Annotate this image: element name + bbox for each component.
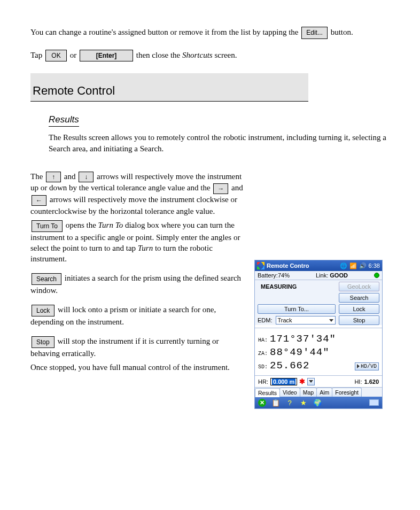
link-label: Link: (316, 272, 328, 279)
hi-label: HI: (354, 378, 362, 385)
triangle-right-icon (357, 364, 360, 368)
tab-foresight[interactable]: Foresight (332, 388, 362, 397)
lock-button[interactable]: Lock (32, 305, 55, 316)
control-area: MEASURING GeoLock Search Turn To... Lock… (255, 280, 382, 325)
arrows-para: The ↑ and ↓ arrows will respectively mov… (30, 171, 244, 217)
enter-button[interactable]: [Enter] (80, 50, 133, 61)
ha-value: 171°37'34" (270, 333, 336, 345)
device-stop-button[interactable]: Stop (339, 315, 379, 325)
text: Tap (30, 51, 42, 59)
device-titlebar: Remote Contro 🌐 📶 🔊 6:38 (255, 260, 382, 271)
para-edit: You can change a routine's assigned butt… (30, 27, 390, 39)
bottom-toolbar: ✕ 📋 ? ★ 🌍 (255, 397, 382, 408)
za-label: ZA: (258, 351, 270, 357)
keyboard-icon[interactable] (369, 399, 379, 406)
device-turnto-button[interactable]: Turn To... (258, 304, 336, 314)
search-para: Search initiates a search for the prism … (30, 273, 244, 296)
sd-label: SD: (258, 364, 270, 370)
clock: 6:38 (369, 262, 380, 269)
para-ok: Tap OK or [Enter] then close the Shortcu… (30, 50, 390, 62)
volume-icon[interactable]: 🔊 (359, 262, 367, 269)
text: button. (331, 28, 353, 36)
help-icon[interactable]: ? (285, 398, 294, 407)
ha-label: HA: (258, 337, 270, 343)
edm-select[interactable]: Track (276, 316, 336, 324)
status-dot-icon (374, 273, 379, 278)
edm-label: EDM: (258, 317, 273, 323)
results-body: The Results screen allows you to remotel… (49, 132, 390, 154)
turnto-para: Turn To opens the Turn To dialog box whe… (30, 220, 244, 264)
text: and (231, 183, 243, 192)
text: or (70, 51, 77, 59)
text: You can change a routine's assigned butt… (30, 28, 299, 36)
search-button[interactable]: Search (32, 273, 61, 285)
tab-video[interactable]: Video (279, 388, 300, 397)
tab-results[interactable]: Results (255, 388, 280, 397)
chevron-down-icon (309, 380, 313, 383)
clipboard-icon[interactable]: 📋 (271, 398, 280, 407)
hr-dropdown[interactable] (307, 378, 315, 385)
subheading-results: Results (49, 114, 79, 127)
section-title-remote-control: Remote Control (30, 73, 308, 102)
text: The (30, 172, 43, 181)
world-icon[interactable]: 🌍 (313, 398, 322, 407)
lock-para: Lock will lock onto a prism or initiate … (30, 304, 244, 327)
text: screen. (213, 51, 237, 59)
prism-icon: ✱ (299, 377, 305, 385)
device-lock-button[interactable]: Lock (339, 304, 379, 314)
windows-logo-icon (257, 262, 265, 269)
hdvd-button[interactable]: HD/VD (355, 362, 379, 370)
battery-label: Battery: (258, 272, 278, 279)
hi-value: 1.620 (364, 378, 379, 385)
window-title: Remote Contro (267, 262, 338, 269)
connectivity-icon[interactable]: 🌐 (340, 262, 347, 269)
right-arrow-icon[interactable]: → (213, 183, 228, 194)
ok-button[interactable]: OK (45, 50, 67, 61)
status-row: Battery:74% Link: GOOD (255, 271, 382, 280)
hr-input[interactable]: 0.000 m (270, 378, 297, 385)
tab-map[interactable]: Map (300, 388, 317, 397)
close-icon[interactable]: ✕ (258, 399, 266, 407)
tab-aim[interactable]: Aim (316, 388, 332, 397)
up-arrow-icon[interactable]: ↑ (46, 172, 61, 182)
chevron-down-icon (329, 319, 333, 322)
link-value: GOOD (330, 272, 348, 279)
down-arrow-icon[interactable]: ↓ (79, 172, 94, 182)
text: will lock onto a prism or initiate a sea… (30, 305, 216, 326)
text: initiates a search for the prism using t… (30, 274, 241, 295)
text: arrows will respectively move the instru… (30, 195, 237, 215)
device-search-button[interactable]: Search (339, 293, 379, 303)
hdvd-label: HD/VD (361, 364, 377, 369)
za-value: 88°49'44" (270, 346, 330, 358)
turn-label: Turn (138, 244, 153, 252)
device-screenshot: Remote Contro 🌐 📶 🔊 6:38 Battery:74% Lin… (254, 260, 383, 409)
tabs: Results Video Map Aim Foresight (255, 387, 382, 397)
text: then close the (136, 51, 182, 59)
state-label: MEASURING (258, 283, 336, 290)
text: opens the (66, 221, 98, 229)
battery-value: 74% (278, 272, 290, 279)
sd-value: 25.662 (270, 360, 309, 372)
text: will stop the instrument if it is curren… (30, 337, 219, 358)
stop-para: Stop will stop the instrument if it is c… (30, 336, 244, 359)
text: and (64, 172, 76, 181)
hr-row: HR: 0.000 m ✱ HI: 1.620 (255, 375, 382, 387)
edm-value: Track (278, 317, 292, 323)
edit-button[interactable]: Edit... (301, 27, 328, 38)
readouts: HA: 171°37'34" ZA: 88°49'44" SD: 25.662 … (255, 328, 382, 375)
shortcuts-label: Shortcuts (182, 51, 213, 59)
stop-para-2: Once stopped, you have full manual contr… (30, 362, 244, 373)
hr-label: HR: (258, 378, 268, 385)
signal-icon[interactable]: 📶 (349, 262, 357, 269)
text: arrows will respectively move the instru… (30, 172, 242, 192)
left-arrow-icon[interactable]: ← (32, 195, 46, 206)
turnto-dialog-name: Turn To (98, 221, 123, 229)
turnto-button[interactable]: Turn To (32, 220, 63, 232)
star-icon[interactable]: ★ (299, 398, 308, 407)
geolock-button: GeoLock (339, 282, 379, 291)
stop-button[interactable]: Stop (32, 336, 55, 348)
